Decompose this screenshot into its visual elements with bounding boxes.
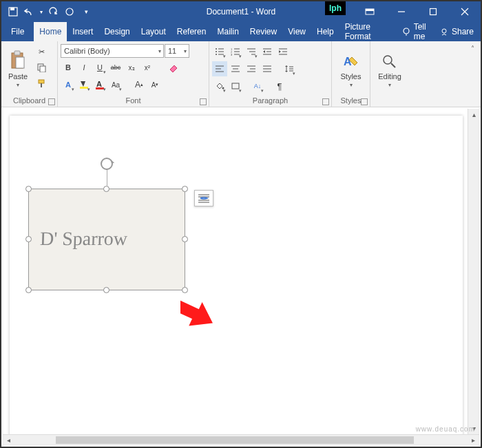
hscroll-track[interactable] <box>14 435 468 445</box>
justify-button[interactable] <box>260 61 275 76</box>
close-button[interactable] <box>449 1 481 22</box>
paintbrush-icon <box>36 78 46 88</box>
hscroll-thumb[interactable] <box>56 436 414 444</box>
tab-insert[interactable]: Insert <box>67 22 98 41</box>
line-spacing-button[interactable] <box>282 61 297 76</box>
strikethrough-button[interactable]: abc <box>108 60 123 75</box>
font-dialog-launcher[interactable] <box>200 98 207 105</box>
svg-point-22 <box>216 48 217 50</box>
rotate-handle[interactable] <box>101 158 113 170</box>
grow-font-button[interactable]: A▴ <box>132 77 147 92</box>
align-center-button[interactable] <box>228 61 243 76</box>
page[interactable]: D' Sparrow <box>10 116 463 434</box>
resize-handle-t[interactable] <box>103 186 109 192</box>
justify-icon <box>262 65 272 73</box>
font-size-combo[interactable]: 11 <box>165 44 189 58</box>
editing-button[interactable]: Editing ▾ <box>373 44 406 94</box>
minimize-button[interactable] <box>386 1 417 22</box>
tab-home[interactable]: Home <box>34 22 67 41</box>
scroll-right-icon[interactable]: ▸ <box>468 435 479 445</box>
font-group-label: Font <box>125 96 140 105</box>
font-color-button[interactable]: A <box>92 77 107 92</box>
align-right-icon <box>247 65 256 73</box>
ribbon-options-icon[interactable] <box>354 1 386 22</box>
borders-button[interactable] <box>228 78 243 94</box>
underline-button[interactable]: U <box>92 60 107 75</box>
numbering-button[interactable]: 123 <box>228 44 243 59</box>
selected-picture[interactable]: D' Sparrow <box>28 189 185 290</box>
resize-handle-b[interactable] <box>103 287 109 293</box>
sort-button[interactable]: A↓ <box>250 78 265 94</box>
share-button[interactable]: Share <box>439 27 474 36</box>
show-marks-button[interactable]: ¶ <box>272 78 287 94</box>
chevron-down-icon: ▾ <box>350 82 353 88</box>
collapse-ribbon-button[interactable]: ˄ <box>467 43 478 54</box>
horizontal-scrollbar[interactable]: ◂ ▸ <box>3 434 479 445</box>
superscript-button[interactable]: x² <box>140 60 155 75</box>
resize-handle-l[interactable] <box>25 236 32 242</box>
font-color-icon: A <box>94 80 105 89</box>
vertical-scrollbar[interactable]: ▴ ▾ <box>468 109 479 434</box>
highlight-button[interactable] <box>76 77 92 92</box>
resize-handle-br[interactable] <box>182 287 188 293</box>
scroll-up-icon[interactable]: ▴ <box>468 109 479 120</box>
redo-icon[interactable] <box>45 4 61 19</box>
tab-references[interactable]: Referen <box>171 22 212 41</box>
clipboard-dialog-launcher[interactable] <box>48 98 55 105</box>
paste-button[interactable]: Paste ▾ <box>4 44 32 94</box>
save-icon[interactable] <box>6 4 21 19</box>
increase-indent-button[interactable] <box>275 44 291 59</box>
cut-button[interactable]: ✂ <box>33 44 50 59</box>
italic-button[interactable]: I <box>76 60 92 75</box>
tell-me-label: Tell me <box>414 22 435 41</box>
styles-dialog-launcher[interactable] <box>361 98 368 105</box>
layout-options-icon <box>198 193 210 203</box>
resize-handle-bl[interactable] <box>25 287 32 293</box>
bullets-button[interactable] <box>212 44 227 59</box>
align-left-button[interactable] <box>212 61 227 76</box>
tab-design[interactable]: Design <box>98 22 135 41</box>
svg-rect-16 <box>40 66 45 72</box>
tell-me[interactable]: Tell me <box>401 22 435 41</box>
clear-formatting-button[interactable] <box>166 60 181 75</box>
shrink-font-button[interactable]: A▾ <box>147 77 163 92</box>
chevron-up-icon: ˄ <box>471 45 474 52</box>
maximize-button[interactable] <box>417 1 449 22</box>
shading-button[interactable] <box>212 78 227 94</box>
tab-picture-format[interactable]: Picture Format <box>339 22 401 41</box>
resize-handle-r[interactable] <box>182 236 188 242</box>
styles-button[interactable]: A Styles ▾ <box>335 44 367 94</box>
bold-button[interactable]: B <box>61 60 76 75</box>
resize-handle-tr[interactable] <box>182 186 188 192</box>
tab-review[interactable]: Review <box>244 22 282 41</box>
scroll-left-icon[interactable]: ◂ <box>3 435 14 445</box>
styles-label: Styles <box>341 72 362 81</box>
tab-help[interactable]: Help <box>311 22 339 41</box>
window-title: Document1 - Word <box>207 7 275 17</box>
customize-qat-icon[interactable]: ▾ <box>78 4 94 19</box>
clipboard-icon <box>9 50 27 71</box>
multilevel-list-button[interactable] <box>244 44 259 59</box>
resize-handle-tl[interactable] <box>25 186 32 192</box>
align-right-button[interactable] <box>244 61 259 76</box>
undo-icon[interactable] <box>22 4 37 19</box>
decrease-indent-button[interactable] <box>260 44 275 59</box>
paint-bucket-icon <box>215 82 224 90</box>
layout-options-button[interactable] <box>194 190 213 206</box>
touch-mode-icon[interactable] <box>62 4 77 19</box>
paragraph-dialog-launcher[interactable] <box>322 98 329 105</box>
change-case-button[interactable]: Aa <box>108 77 123 92</box>
tab-view[interactable]: View <box>282 22 311 41</box>
subscript-button[interactable]: x₂ <box>124 60 139 75</box>
tab-file[interactable]: File <box>1 22 34 41</box>
borders-icon <box>231 82 240 90</box>
copy-button[interactable] <box>33 60 50 75</box>
font-name-combo[interactable]: Calibri (Body) <box>61 44 164 58</box>
format-painter-button[interactable] <box>33 76 50 91</box>
tab-mailings[interactable]: Mailin <box>211 22 244 41</box>
text-effects-button[interactable]: A <box>61 77 76 92</box>
tab-layout[interactable]: Layout <box>136 22 171 41</box>
ribbon-tabs: File Home Insert Design Layout Referen M… <box>1 22 481 41</box>
svg-point-9 <box>404 28 409 34</box>
pilcrow-icon: ¶ <box>277 81 282 92</box>
